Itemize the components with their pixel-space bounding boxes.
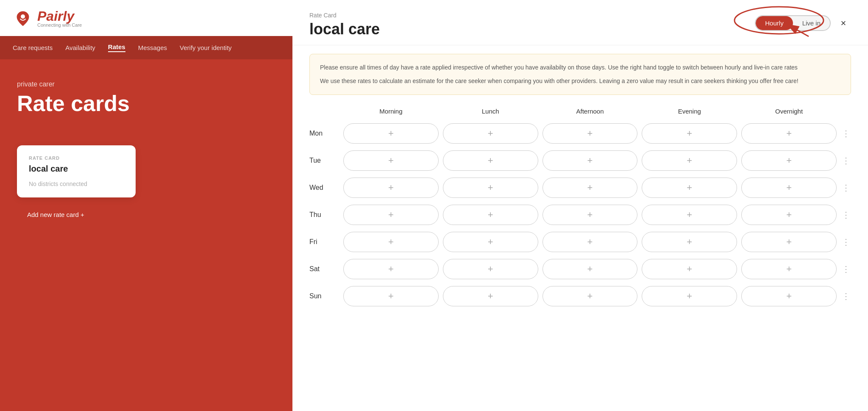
right-panel: Rate Card local care Hourly Live in × <box>292 0 868 411</box>
fri-afternoon-btn[interactable]: + <box>542 232 638 252</box>
wed-lunch-btn[interactable]: + <box>443 178 538 198</box>
sun-overnight-btn[interactable]: + <box>741 286 837 306</box>
svg-point-0 <box>21 14 25 19</box>
sun-morning-btn[interactable]: + <box>343 286 439 306</box>
sat-lunch-btn[interactable]: + <box>443 259 538 279</box>
toggle-hourly-button[interactable]: Hourly <box>756 16 793 30</box>
left-panel: Pairly Connecting with Care Care request… <box>0 0 292 411</box>
fri-row-menu[interactable]: ⋮ <box>841 237 851 247</box>
rate-table: Morning Lunch Afternoon Evening Overnigh… <box>292 103 868 411</box>
col-overnight: Overnight <box>741 108 837 115</box>
fri-lunch-btn[interactable]: + <box>443 232 538 252</box>
mon-evening-btn[interactable]: + <box>642 123 737 144</box>
fri-morning-btn[interactable]: + <box>343 232 439 252</box>
hero-subtitle: private carer <box>17 81 275 88</box>
table-row: Fri + + + + + ⋮ <box>309 228 851 255</box>
logo-icon <box>13 8 33 28</box>
mon-morning-btn[interactable]: + <box>343 123 439 144</box>
nav-availability[interactable]: Availability <box>65 44 95 51</box>
table-row: Thu + + + + + ⋮ <box>309 201 851 228</box>
sun-evening-btn[interactable]: + <box>642 286 737 306</box>
wed-afternoon-btn[interactable]: + <box>542 178 638 198</box>
thu-afternoon-btn[interactable]: + <box>542 205 638 225</box>
col-morning: Morning <box>343 108 439 115</box>
day-fri: Fri <box>309 238 339 246</box>
wed-overnight-btn[interactable]: + <box>741 178 837 198</box>
thu-row-menu[interactable]: ⋮ <box>841 210 851 220</box>
hero-title: Rate cards <box>17 92 275 116</box>
mon-row-menu[interactable]: ⋮ <box>841 128 851 139</box>
mon-afternoon-btn[interactable]: + <box>542 123 638 144</box>
thu-evening-btn[interactable]: + <box>642 205 737 225</box>
modal-header-right: Hourly Live in × <box>755 15 851 31</box>
tue-lunch-btn[interactable]: + <box>443 150 538 171</box>
table-header: Morning Lunch Afternoon Evening Overnigh… <box>309 108 851 120</box>
info-box: Please ensure all times of day have a ra… <box>309 54 851 95</box>
day-wed: Wed <box>309 184 339 192</box>
logo-name: Pairly <box>37 8 74 24</box>
logo: Pairly Connecting with Care <box>13 8 82 28</box>
info-text-2: We use these rates to calculate an estim… <box>320 76 840 86</box>
tue-row-menu[interactable]: ⋮ <box>841 156 851 166</box>
thu-overnight-btn[interactable]: + <box>741 205 837 225</box>
day-mon: Mon <box>309 130 339 137</box>
fri-evening-btn[interactable]: + <box>642 232 737 252</box>
thu-morning-btn[interactable]: + <box>343 205 439 225</box>
sat-row-menu[interactable]: ⋮ <box>841 264 851 274</box>
day-sun: Sun <box>309 292 339 300</box>
sat-evening-btn[interactable]: + <box>642 259 737 279</box>
add-rate-card-button[interactable]: Add new rate card + <box>17 206 95 223</box>
mon-lunch-btn[interactable]: + <box>443 123 538 144</box>
fri-overnight-btn[interactable]: + <box>741 232 837 252</box>
table-row: Mon + + + + + ⋮ <box>309 120 851 147</box>
rate-card-item[interactable]: RATE CARD local care No districts connec… <box>17 145 136 197</box>
nav-bar: Care requests Availability Rates Message… <box>0 36 292 59</box>
cards-section: RATE CARD local care No districts connec… <box>0 128 292 240</box>
modal-title-area: Rate Card local care <box>309 12 380 38</box>
thu-lunch-btn[interactable]: + <box>443 205 538 225</box>
rate-card-districts: No districts connected <box>29 181 124 187</box>
day-sat: Sat <box>309 265 339 273</box>
table-row: Wed + + + + + ⋮ <box>309 174 851 201</box>
nav-rates[interactable]: Rates <box>108 43 125 52</box>
hero-section: private carer Rate cards <box>0 59 292 128</box>
rate-toggle-group: Hourly Live in <box>755 15 831 31</box>
tue-morning-btn[interactable]: + <box>343 150 439 171</box>
sat-overnight-btn[interactable]: + <box>741 259 837 279</box>
add-card-label: Add new rate card + <box>27 211 84 218</box>
modal-header: Rate Card local care Hourly Live in × <box>292 0 868 45</box>
day-thu: Thu <box>309 211 339 219</box>
table-row: Tue + + + + + ⋮ <box>309 147 851 174</box>
wed-evening-btn[interactable]: + <box>642 178 737 198</box>
table-row: Sat + + + + + ⋮ <box>309 255 851 283</box>
modal-subtitle: Rate Card <box>309 12 380 19</box>
day-tue: Tue <box>309 157 339 164</box>
table-row: Sun + + + + + ⋮ <box>309 283 851 310</box>
toggle-livein-button[interactable]: Live in <box>793 16 830 30</box>
col-afternoon: Afternoon <box>542 108 638 115</box>
nav-verify[interactable]: Verify your identity <box>180 44 232 51</box>
sun-lunch-btn[interactable]: + <box>443 286 538 306</box>
mon-overnight-btn[interactable]: + <box>741 123 837 144</box>
col-lunch: Lunch <box>443 108 538 115</box>
wed-row-menu[interactable]: ⋮ <box>841 183 851 193</box>
sat-afternoon-btn[interactable]: + <box>542 259 638 279</box>
col-evening: Evening <box>642 108 737 115</box>
rate-card-name: local care <box>29 164 124 174</box>
nav-messages[interactable]: Messages <box>138 44 167 51</box>
sun-afternoon-btn[interactable]: + <box>542 286 638 306</box>
top-bar: Pairly Connecting with Care <box>0 0 292 36</box>
sun-row-menu[interactable]: ⋮ <box>841 291 851 301</box>
tue-overnight-btn[interactable]: + <box>741 150 837 171</box>
sat-morning-btn[interactable]: + <box>343 259 439 279</box>
tue-afternoon-btn[interactable]: + <box>542 150 638 171</box>
info-text-1: Please ensure all times of day have a ra… <box>320 63 840 72</box>
logo-tagline: Connecting with Care <box>37 22 82 28</box>
modal-title: local care <box>309 20 380 38</box>
wed-morning-btn[interactable]: + <box>343 178 439 198</box>
tue-evening-btn[interactable]: + <box>642 150 737 171</box>
nav-care-requests[interactable]: Care requests <box>13 44 53 51</box>
close-button[interactable]: × <box>836 16 851 31</box>
rate-card-label: RATE CARD <box>29 156 124 161</box>
